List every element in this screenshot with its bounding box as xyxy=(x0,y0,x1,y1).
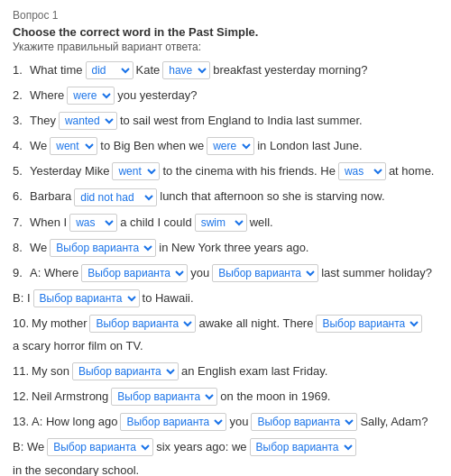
item-number: 6. xyxy=(13,187,27,206)
item-text: My son xyxy=(32,362,69,381)
item-number: 5. xyxy=(13,161,27,181)
item-text: awake all night. There xyxy=(198,314,313,334)
answer-select-placeholder[interactable]: Выбор варианта xyxy=(212,264,318,282)
list-item: 4.Wewentgogoesto Big Ben when wewerewasd… xyxy=(13,136,438,156)
item-text: to Big Ben when we xyxy=(100,136,204,156)
item-text: B: We xyxy=(13,437,44,457)
list-item: B: WeВыбор вариантаsix years ago: weВыбо… xyxy=(13,437,438,476)
answer-select-placeholder[interactable]: Выбор варианта xyxy=(81,264,188,282)
item-number: 1. xyxy=(13,60,27,80)
item-text: to Hawaii. xyxy=(143,288,194,308)
item-text: A: How long ago xyxy=(32,412,117,432)
answer-select[interactable]: wentgogoes xyxy=(50,137,97,155)
answer-select[interactable]: wasweredid xyxy=(338,162,386,180)
item-number: 7. xyxy=(13,213,27,233)
answer-select-placeholder[interactable]: Выбор варианта xyxy=(72,362,179,380)
item-text: Yesterday Mike xyxy=(30,161,109,181)
list-item: 12.Neil ArmstrongВыбор вариантаon the mo… xyxy=(13,387,438,407)
answer-select-placeholder[interactable]: Выбор варианта xyxy=(111,388,217,406)
item-number: 2. xyxy=(13,86,27,105)
item-text: lunch that afternoon so she is starving … xyxy=(160,187,384,206)
item-text: to the cinema with his friends. He xyxy=(162,161,335,181)
answer-select-placeholder[interactable]: Выбор варианта xyxy=(251,413,357,431)
item-text: We xyxy=(30,238,47,258)
item-number: 3. xyxy=(13,111,27,131)
item-number: 12. xyxy=(13,387,29,407)
item-text: last summer holiday? xyxy=(321,263,432,283)
question-label: Вопрос 1 xyxy=(13,9,438,22)
item-text: at home. xyxy=(389,161,435,181)
item-text: in London last June. xyxy=(257,136,362,156)
question-instruction: Укажите правильный вариант ответа: xyxy=(13,41,438,53)
answer-select[interactable]: wentgogoes xyxy=(112,162,160,180)
question-title: Choose the correct word in the Past Simp… xyxy=(13,25,438,39)
item-text: a child I could xyxy=(120,213,192,233)
item-text: well. xyxy=(250,213,273,233)
item-text: What time xyxy=(30,60,83,80)
item-text: an English exam last Friday. xyxy=(181,362,327,381)
item-number: 10. xyxy=(13,314,29,334)
answer-select-placeholder[interactable]: Выбор варианта xyxy=(47,438,153,456)
list-item: 13.A: How long agoВыбор вариантаyouВыбор… xyxy=(13,412,438,432)
answer-select[interactable]: werewasdid xyxy=(207,137,254,155)
list-item: B: IВыбор вариантаto Hawaii. xyxy=(13,288,438,308)
list-item: 6.Barbaradid not haddid not havehad notl… xyxy=(13,187,438,206)
item-number: 4. xyxy=(13,136,27,156)
answer-select-placeholder[interactable]: Выбор варианта xyxy=(50,239,156,257)
item-text: breakfast yesterday morning? xyxy=(213,60,367,80)
answer-select-placeholder[interactable]: Выбор варианта xyxy=(250,438,356,456)
item-number: 11. xyxy=(13,362,29,381)
list-item: 7.When Iwasweredida child I couldswimswa… xyxy=(13,213,438,233)
answer-select[interactable]: wantedwantwants xyxy=(59,112,117,130)
list-item: 9.A: WhereВыбор вариантаyouВыбор вариант… xyxy=(13,263,438,283)
item-text: They xyxy=(30,111,56,131)
answer-select-placeholder[interactable]: Выбор варианта xyxy=(33,289,140,307)
list-item: 10.My motherВыбор вариантаawake all nigh… xyxy=(13,314,438,356)
answer-select[interactable]: havehadhas xyxy=(162,61,210,79)
list-item: 11.My sonВыбор вариантаan English exam l… xyxy=(13,362,438,381)
item-text: Where xyxy=(30,86,64,105)
answer-select[interactable]: wasweredid xyxy=(69,214,117,232)
item-text: on the moon in 1969. xyxy=(220,387,330,407)
list-item: 1.What timedidwaswerehadKatehavehadhasbr… xyxy=(13,60,438,80)
item-number: 8. xyxy=(13,238,27,258)
item-text: We xyxy=(30,136,47,156)
item-text: B: I xyxy=(13,288,31,308)
item-text: Kate xyxy=(136,60,161,80)
item-text: a scary horror film on TV. xyxy=(13,336,143,356)
item-text: in New York three years ago. xyxy=(159,238,308,258)
answer-select[interactable]: didwaswerehad xyxy=(86,61,133,79)
item-text: My mother xyxy=(32,314,87,334)
answer-select[interactable]: swimswamswum xyxy=(195,214,247,232)
list-item: 5.Yesterday Mikewentgogoesto the cinema … xyxy=(13,161,438,181)
item-text: to sail west from England to India last … xyxy=(120,111,363,131)
items-list: 1.What timedidwaswerehadKatehavehadhasbr… xyxy=(13,60,438,476)
item-text: you xyxy=(190,263,209,283)
item-text: you yesterday? xyxy=(117,86,197,105)
item-text: you xyxy=(229,412,248,432)
item-text: Neil Armstrong xyxy=(32,387,108,407)
item-text: When I xyxy=(30,213,67,233)
item-text: Barbara xyxy=(30,187,71,206)
item-number: 13. xyxy=(13,412,29,432)
list-item: 2.Wherewerewasdidyou yesterday? xyxy=(13,86,438,105)
item-text: six years ago: we xyxy=(156,437,246,457)
item-text: in the secondary school. xyxy=(13,461,139,477)
answer-select-placeholder[interactable]: Выбор варианта xyxy=(120,413,226,431)
list-item: 8.WeВыбор вариантаin New York three year… xyxy=(13,238,438,258)
item-number: 9. xyxy=(13,263,27,283)
item-text: A: Where xyxy=(30,263,78,283)
answer-select-placeholder[interactable]: Выбор варианта xyxy=(316,315,422,333)
answer-select-placeholder[interactable]: Выбор варианта xyxy=(89,315,196,333)
item-text: Sally, Adam? xyxy=(360,412,428,432)
answer-select[interactable]: did not haddid not havehad not xyxy=(74,188,157,206)
answer-select[interactable]: werewasdid xyxy=(67,87,115,105)
list-item: 3.Theywantedwantwantsto sail west from E… xyxy=(13,111,438,131)
